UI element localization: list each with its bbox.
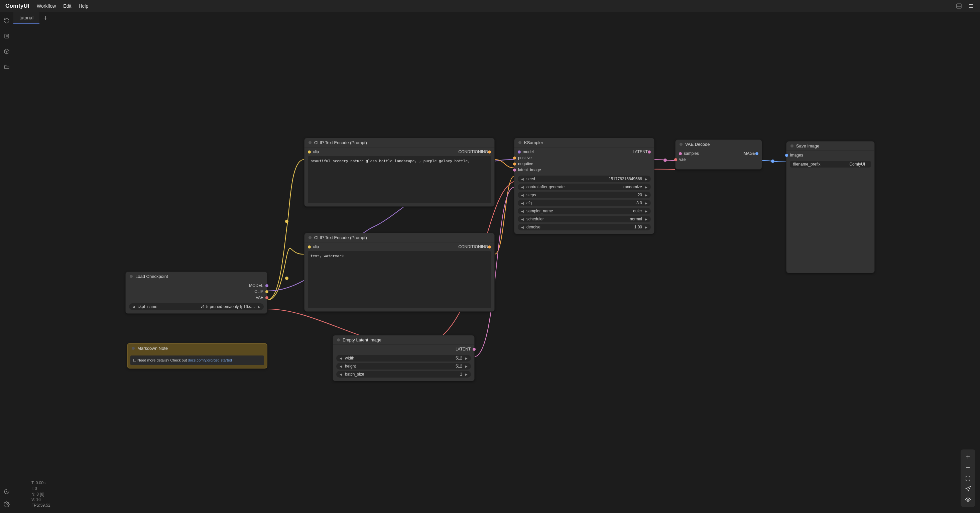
node-ksampler[interactable]: KSampler model LATENT positive negative … [514, 138, 654, 234]
increment-icon[interactable]: ▶ [645, 201, 648, 205]
increment-icon[interactable]: ▶ [465, 357, 468, 360]
history-icon[interactable] [3, 17, 11, 25]
markdown-text: ☐ Need more details? Check out [133, 358, 188, 362]
decrement-icon[interactable]: ◀ [521, 217, 524, 221]
widget-filename-prefix[interactable]: filename_prefix ComfyUI [790, 161, 871, 167]
node-markdown-note[interactable]: Markdown Note ☐ Need more details? Check… [127, 343, 267, 368]
port-model-in: model [523, 150, 534, 154]
hamburger-icon[interactable] [967, 2, 975, 10]
widget-cfg[interactable]: ◀cfg8.0▶ [518, 200, 651, 206]
increment-icon[interactable]: ▶ [645, 209, 648, 213]
decrement-icon[interactable]: ◀ [340, 357, 342, 360]
decrement-icon[interactable]: ◀ [521, 193, 524, 197]
node-header[interactable]: Save Image [786, 142, 874, 151]
port-dot[interactable] [266, 296, 269, 299]
menu-workflow[interactable]: Workflow [37, 3, 56, 9]
prompt-text-input[interactable]: beautiful scenery nature glass bottle la… [308, 156, 491, 203]
queue-icon[interactable] [3, 32, 11, 40]
widget-seed[interactable]: ◀seed151776315849566▶ [518, 175, 651, 182]
node-title: Load Checkpoint [135, 274, 168, 279]
port-dot[interactable] [513, 156, 516, 159]
port-dot[interactable] [308, 150, 311, 153]
prompt-text-input[interactable]: text, watermark [308, 251, 491, 308]
decrement-icon[interactable]: ◀ [521, 225, 524, 229]
theme-icon[interactable] [3, 488, 11, 495]
stat-nodes: N: 8 [8] [32, 492, 51, 497]
port-dot[interactable] [785, 154, 788, 157]
widget-width[interactable]: ◀width512▶ [336, 355, 471, 362]
navigate-button[interactable] [963, 484, 973, 494]
port-dot[interactable] [679, 152, 682, 155]
decrement-icon[interactable]: ◀ [521, 177, 524, 181]
svg-point-13 [771, 159, 775, 163]
increment-icon[interactable]: ▶ [645, 217, 648, 221]
decrement-icon[interactable]: ◀ [340, 365, 342, 368]
folder-icon[interactable] [3, 63, 11, 71]
tab-add-button[interactable]: + [40, 12, 51, 24]
increment-icon[interactable]: ▶ [645, 225, 648, 229]
fit-view-button[interactable] [963, 473, 973, 484]
widget-label: steps [527, 193, 536, 197]
node-clip-text-encode-positive[interactable]: CLIP Text Encode (Prompt) clip CONDITION… [304, 138, 495, 207]
docs-link[interactable]: docs.comfy.org/get_started [188, 358, 232, 362]
port-dot[interactable] [266, 284, 269, 287]
port-dot[interactable] [513, 169, 516, 172]
widget-denoise[interactable]: ◀denoise1.00▶ [518, 224, 651, 230]
node-header[interactable]: Markdown Note [128, 344, 267, 353]
widget-steps[interactable]: ◀steps20▶ [518, 192, 651, 198]
port-dot[interactable] [674, 158, 677, 161]
widget-control-after-generate[interactable]: ◀control after generaterandomize▶ [518, 183, 651, 190]
port-dot[interactable] [648, 150, 651, 153]
node-header[interactable]: Load Checkpoint [126, 272, 267, 281]
port-dot[interactable] [308, 245, 311, 249]
widget-value: 512 [456, 364, 462, 368]
node-header[interactable]: CLIP Text Encode (Prompt) [304, 138, 494, 148]
widget-label: ckpt_name [138, 304, 158, 309]
menu-edit[interactable]: Edit [63, 3, 71, 9]
settings-icon[interactable] [3, 500, 11, 508]
port-dot[interactable] [518, 150, 521, 153]
tab-tutorial[interactable]: tutorial [13, 12, 40, 24]
widget-height[interactable]: ◀height512▶ [336, 363, 471, 370]
node-empty-latent-image[interactable]: Empty Latent Image LATENT ◀width512▶ ◀he… [332, 335, 475, 381]
zoom-in-button[interactable] [963, 451, 973, 462]
port-dot[interactable] [473, 348, 476, 351]
node-vae-decode[interactable]: VAE Decode samples IMAGE vae [675, 139, 762, 170]
panel-icon[interactable] [955, 2, 963, 10]
node-header[interactable]: KSampler [514, 138, 654, 148]
cube-icon[interactable] [3, 48, 11, 56]
port-dot[interactable] [513, 163, 516, 166]
widget-ckpt-name[interactable]: ◀ ckpt_name v1-5-pruned-emaonly-fp16.s… … [129, 303, 264, 310]
node-header[interactable]: VAE Decode [676, 140, 762, 149]
decrement-icon[interactable]: ◀ [340, 373, 342, 376]
widget-batch-size[interactable]: ◀batch_size1▶ [336, 371, 471, 378]
node-canvas[interactable]: Load Checkpoint MODEL CLIP VAE ◀ ckpt_na… [13, 24, 980, 513]
increment-icon[interactable]: ▶ [258, 305, 260, 309]
port-dot[interactable] [488, 150, 491, 153]
decrement-icon[interactable]: ◀ [132, 305, 135, 309]
widget-scheduler[interactable]: ◀schedulernormal▶ [518, 216, 651, 222]
decrement-icon[interactable]: ◀ [521, 201, 524, 205]
increment-icon[interactable]: ▶ [645, 193, 648, 197]
port-dot[interactable] [488, 245, 491, 249]
increment-icon[interactable]: ▶ [645, 185, 648, 189]
increment-icon[interactable]: ▶ [645, 177, 648, 181]
zoom-out-button[interactable] [963, 462, 973, 473]
port-positive-in: positive [518, 156, 532, 160]
node-title: CLIP Text Encode (Prompt) [314, 140, 367, 145]
node-clip-text-encode-negative[interactable]: CLIP Text Encode (Prompt) clip CONDITION… [304, 233, 495, 312]
menu-help[interactable]: Help [78, 3, 88, 9]
decrement-icon[interactable]: ◀ [521, 209, 524, 213]
increment-icon[interactable]: ▶ [465, 365, 468, 368]
node-load-checkpoint[interactable]: Load Checkpoint MODEL CLIP VAE ◀ ckpt_na… [125, 272, 267, 314]
svg-rect-5 [5, 34, 9, 38]
widget-sampler-name[interactable]: ◀sampler_nameeuler▶ [518, 208, 651, 214]
node-header[interactable]: Empty Latent Image [333, 335, 474, 345]
increment-icon[interactable]: ▶ [465, 373, 468, 376]
visibility-button[interactable] [963, 494, 973, 505]
node-header[interactable]: CLIP Text Encode (Prompt) [304, 233, 494, 242]
port-dot[interactable] [756, 152, 759, 155]
port-dot[interactable] [266, 290, 269, 293]
node-save-image[interactable]: Save Image images filename_prefix ComfyU… [786, 141, 875, 273]
decrement-icon[interactable]: ◀ [521, 185, 524, 189]
